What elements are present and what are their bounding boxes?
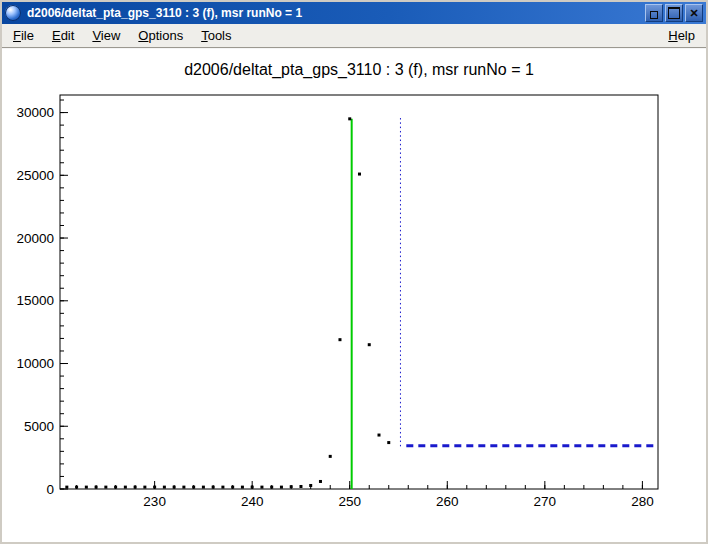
x-tick-label: 250 — [338, 494, 361, 509]
data-point — [329, 455, 332, 458]
data-point — [134, 486, 137, 489]
menu-help[interactable]: Help — [659, 26, 704, 45]
y-tick-label: 15000 — [16, 293, 54, 308]
data-point — [163, 486, 166, 489]
titlebar[interactable]: d2006/deltat_pta_gps_3110 : 3 (f), msr r… — [2, 2, 706, 24]
y-tick-label: 5000 — [24, 419, 54, 434]
menu-file[interactable]: File — [4, 26, 43, 45]
data-point — [95, 486, 98, 489]
y-tick-label: 0 — [46, 482, 54, 497]
menu-view[interactable]: View — [83, 26, 129, 45]
plot-frame — [60, 95, 658, 489]
maximize-button[interactable] — [665, 4, 683, 22]
data-point — [85, 486, 88, 489]
data-point — [309, 484, 312, 487]
data-point — [338, 338, 341, 341]
y-tick-label: 20000 — [16, 231, 54, 246]
window-controls: ✕ — [645, 4, 703, 22]
menu-tools[interactable]: Tools — [192, 26, 240, 45]
data-point — [153, 486, 156, 489]
app-icon — [5, 5, 21, 21]
x-tick-label: 240 — [241, 494, 264, 509]
y-tick-label: 10000 — [16, 356, 54, 371]
minimize-button[interactable] — [645, 4, 663, 22]
plot-canvas[interactable]: 2302402502602702800500010000150002000025… — [2, 48, 706, 544]
data-point — [299, 485, 302, 488]
x-tick-label: 230 — [143, 494, 166, 509]
app-window: d2006/deltat_pta_gps_3110 : 3 (f), msr r… — [0, 0, 708, 544]
data-point — [124, 486, 127, 489]
data-point — [173, 486, 176, 489]
close-icon: ✕ — [689, 8, 698, 19]
data-point — [75, 486, 78, 489]
data-point — [290, 485, 293, 488]
data-point — [221, 486, 224, 489]
data-point — [387, 441, 390, 444]
data-point — [260, 486, 263, 489]
data-point — [182, 486, 185, 489]
y-tick-label: 25000 — [16, 168, 54, 183]
data-point — [202, 486, 205, 489]
menu-options[interactable]: Options — [129, 26, 192, 45]
x-tick-label: 280 — [631, 494, 654, 509]
maximize-icon — [668, 7, 680, 19]
data-point — [212, 486, 215, 489]
data-point — [241, 486, 244, 489]
menubar: File Edit View Options Tools Help — [2, 24, 706, 48]
data-point — [358, 173, 361, 176]
data-point — [368, 343, 371, 346]
close-button[interactable]: ✕ — [685, 4, 703, 22]
x-tick-label: 270 — [534, 494, 557, 509]
data-point — [270, 486, 273, 489]
data-point — [143, 486, 146, 489]
menu-edit[interactable]: Edit — [43, 26, 83, 45]
data-point — [377, 434, 380, 437]
data-point — [231, 486, 234, 489]
data-point — [319, 480, 322, 483]
window-title: d2006/deltat_pta_gps_3110 : 3 (f), msr r… — [25, 6, 641, 20]
data-point — [65, 486, 68, 489]
data-point — [251, 486, 254, 489]
y-tick-label: 30000 — [16, 105, 54, 120]
plot-svg[interactable]: 2302402502602702800500010000150002000025… — [2, 49, 706, 544]
data-point — [104, 486, 107, 489]
data-point — [348, 117, 351, 120]
x-tick-label: 260 — [436, 494, 459, 509]
data-point — [280, 486, 283, 489]
data-point — [114, 486, 117, 489]
minimize-icon — [650, 11, 658, 19]
data-point — [192, 486, 195, 489]
plot-title: d2006/deltat_pta_gps_3110 : 3 (f), msr r… — [184, 61, 534, 79]
